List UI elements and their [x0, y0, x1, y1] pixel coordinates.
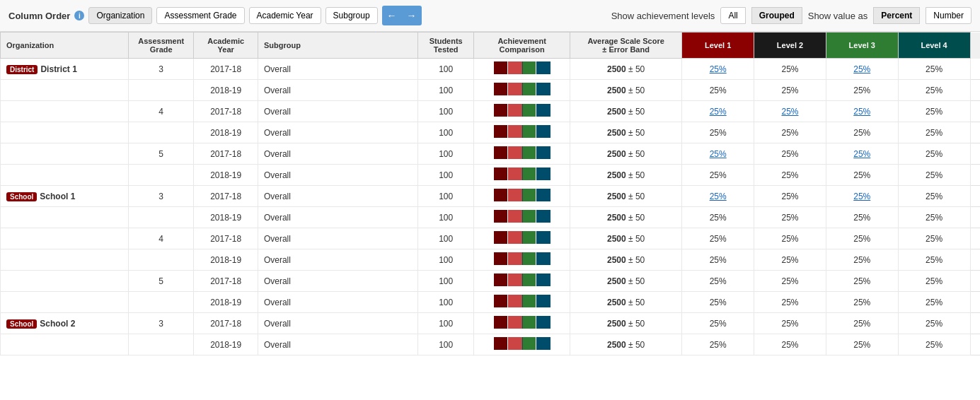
cell-achievement-comparison: [474, 80, 570, 101]
cell-level4: 25%: [898, 165, 970, 186]
cell-level1[interactable]: 25%: [682, 101, 754, 122]
cell-grade: 5: [128, 271, 194, 292]
cell-level3: 25%: [826, 207, 898, 228]
svg-rect-80: [494, 273, 507, 286]
cell-grade: 3: [128, 59, 194, 80]
cell-subgroup: Overall: [258, 186, 417, 207]
svg-rect-76: [522, 252, 536, 265]
svg-rect-41: [507, 167, 508, 180]
level1-link[interactable]: 25%: [710, 149, 727, 159]
level3-link[interactable]: 25%: [853, 64, 870, 74]
cell-level3[interactable]: 25%: [826, 143, 898, 165]
cell-level3[interactable]: 25%: [826, 101, 898, 122]
cell-grade: [128, 207, 194, 228]
svg-rect-33: [507, 146, 508, 159]
prev-button[interactable]: ←: [382, 6, 402, 25]
cell-level3: 25%: [826, 228, 898, 249]
toggle-number[interactable]: Number: [926, 7, 972, 24]
level1-link[interactable]: 25%: [710, 107, 727, 117]
cell-level1[interactable]: 25%: [682, 186, 754, 207]
cell-level2: 25%: [754, 80, 826, 101]
svg-rect-20: [522, 104, 536, 117]
cell-subgroup: Overall: [258, 80, 417, 101]
col-order-subgroup[interactable]: Subgroup: [325, 7, 378, 24]
svg-rect-32: [494, 146, 507, 159]
cell-grade: [128, 80, 194, 101]
cell-scale-score: 2500 ± 50: [570, 143, 681, 165]
row-spacer: [970, 313, 980, 334]
cell-students-tested: 100: [418, 80, 474, 101]
svg-rect-5: [536, 61, 536, 74]
cell-scale-score: 2500 ± 50: [570, 122, 681, 143]
col-order-assessment-grade[interactable]: Assessment Grade: [156, 7, 244, 24]
toggle-all[interactable]: All: [720, 7, 745, 24]
svg-rect-92: [522, 295, 536, 307]
level2-link[interactable]: 25%: [781, 107, 798, 117]
cell-level3: 25%: [826, 292, 898, 313]
svg-rect-58: [508, 210, 521, 223]
svg-rect-97: [507, 316, 508, 329]
cell-grade: 3: [128, 186, 194, 207]
cell-level4: 25%: [898, 186, 970, 207]
cell-level1[interactable]: 25%: [682, 59, 754, 80]
svg-rect-46: [536, 167, 550, 180]
cell-level1[interactable]: 25%: [682, 143, 754, 165]
toolbar-right: Show achievement levels All Grouped Show…: [611, 7, 972, 24]
svg-rect-40: [494, 167, 507, 180]
cell-students-tested: 100: [418, 249, 474, 271]
table-row: 42017-18Overall100 2500 ± 5025%25%25%25%: [1, 228, 981, 249]
row-spacer: [970, 59, 980, 80]
toggle-percent[interactable]: Percent: [873, 7, 920, 24]
toggle-grouped[interactable]: Grouped: [751, 7, 802, 24]
cell-level3[interactable]: 25%: [826, 186, 898, 207]
table-header-row: Organization AssessmentGrade AcademicYea…: [1, 33, 981, 59]
cell-achievement-comparison: [474, 271, 570, 292]
cell-achievement-comparison: [474, 313, 570, 334]
col-order-academic-year[interactable]: Academic Year: [249, 7, 321, 24]
row-spacer: [970, 207, 980, 228]
cell-achievement-comparison: [474, 334, 570, 355]
info-icon[interactable]: i: [74, 11, 84, 20]
svg-rect-68: [522, 231, 536, 244]
cell-students-tested: 100: [418, 165, 474, 186]
header-average-scale-score: Average Scale Score± Error Band: [570, 33, 681, 59]
cell-level2[interactable]: 25%: [754, 101, 826, 122]
org-badge: School: [6, 192, 37, 201]
cell-level1: 25%: [682, 80, 754, 101]
table-row: 2018-19Overall100 2500 ± 5025%25%25%25%: [1, 80, 981, 101]
svg-rect-100: [522, 316, 536, 329]
svg-rect-105: [507, 337, 508, 350]
svg-rect-0: [494, 61, 507, 74]
table-row: 2018-19Overall100 2500 ± 5025%25%25%25%: [1, 207, 981, 228]
svg-rect-57: [507, 210, 508, 223]
svg-rect-12: [522, 83, 536, 95]
level1-link[interactable]: 25%: [710, 192, 727, 201]
svg-rect-64: [494, 231, 507, 244]
cell-level2: 25%: [754, 228, 826, 249]
cell-level3[interactable]: 25%: [826, 59, 898, 80]
level3-link[interactable]: 25%: [853, 149, 870, 159]
cell-level1: 25%: [682, 207, 754, 228]
level3-link[interactable]: 25%: [853, 192, 870, 201]
cell-organization: [1, 101, 129, 122]
level3-link[interactable]: 25%: [853, 107, 870, 117]
cell-level2: 25%: [754, 292, 826, 313]
cell-students-tested: 100: [418, 143, 474, 165]
level1-link[interactable]: 25%: [710, 64, 727, 74]
table-row: 52017-18Overall100 2500 ± 5025%25%25%25%: [1, 271, 981, 292]
col-order-organization[interactable]: Organization: [88, 7, 152, 24]
cell-level1: 25%: [682, 292, 754, 313]
next-button[interactable]: →: [402, 6, 422, 25]
row-spacer: [970, 334, 980, 355]
show-value-label: Show value as: [808, 11, 868, 21]
cell-scale-score: 2500 ± 50: [570, 186, 681, 207]
cell-level4: 25%: [898, 207, 970, 228]
cell-organization: [1, 292, 129, 313]
header-level4: Level 4: [898, 33, 970, 59]
cell-year: 2018-19: [194, 80, 258, 101]
table-row: 2018-19Overall100 2500 ± 5025%25%25%25%: [1, 292, 981, 313]
cell-students-tested: 100: [418, 59, 474, 80]
svg-rect-9: [507, 83, 508, 95]
cell-scale-score: 2500 ± 50: [570, 207, 681, 228]
svg-rect-48: [494, 189, 507, 201]
